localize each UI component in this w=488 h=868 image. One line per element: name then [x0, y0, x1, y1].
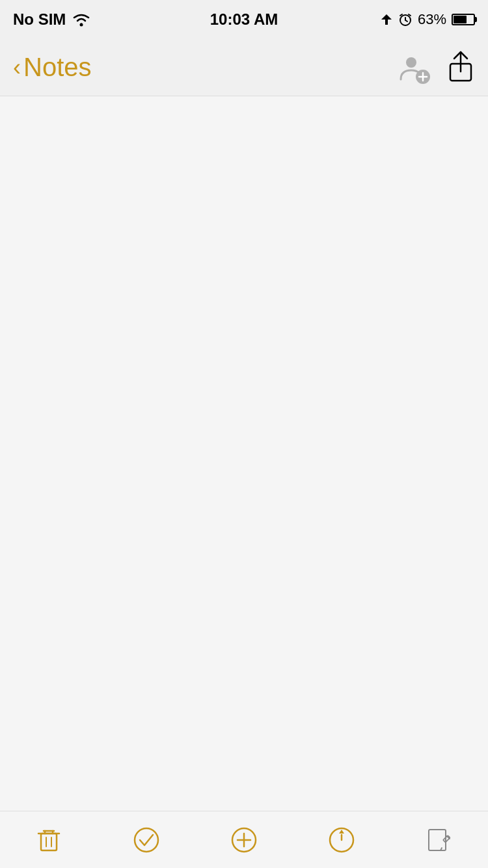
- svg-point-0: [80, 23, 83, 27]
- share-button[interactable]: [446, 51, 475, 85]
- status-left: No SIM: [13, 10, 90, 29]
- delete-button[interactable]: [23, 819, 75, 861]
- battery-icon: [452, 14, 475, 25]
- svg-line-5: [409, 14, 411, 16]
- note-content-area[interactable]: [0, 96, 488, 811]
- status-right: 63%: [380, 11, 475, 28]
- add-button[interactable]: [218, 819, 270, 861]
- svg-point-6: [406, 57, 416, 68]
- wifi-icon: [72, 12, 90, 27]
- svg-line-3: [405, 20, 407, 21]
- carrier-label: No SIM: [13, 10, 66, 29]
- chevron-left-icon: ‹: [13, 56, 21, 79]
- battery-percent-label: 63%: [418, 11, 446, 28]
- nav-actions: [397, 51, 475, 85]
- svg-rect-12: [41, 834, 57, 850]
- time-display: 10:03 AM: [210, 10, 278, 29]
- location-icon: [380, 13, 393, 26]
- status-bar: No SIM 10:03 AM 63%: [0, 0, 488, 39]
- compose-button[interactable]: [316, 819, 368, 861]
- add-collaborator-button[interactable]: [397, 51, 431, 85]
- time-label: 10:03 AM: [210, 10, 278, 28]
- svg-line-4: [400, 14, 402, 16]
- svg-point-19: [135, 828, 158, 852]
- battery-indicator: [452, 14, 475, 25]
- back-label: Notes: [23, 53, 92, 82]
- bottom-toolbar: [0, 811, 488, 868]
- back-button[interactable]: ‹ Notes: [13, 53, 92, 82]
- checklist-button[interactable]: [120, 819, 172, 861]
- nav-bar: ‹ Notes: [0, 39, 488, 96]
- alarm-icon: [398, 12, 413, 27]
- svg-marker-25: [339, 830, 344, 834]
- edit-note-button[interactable]: [413, 819, 465, 861]
